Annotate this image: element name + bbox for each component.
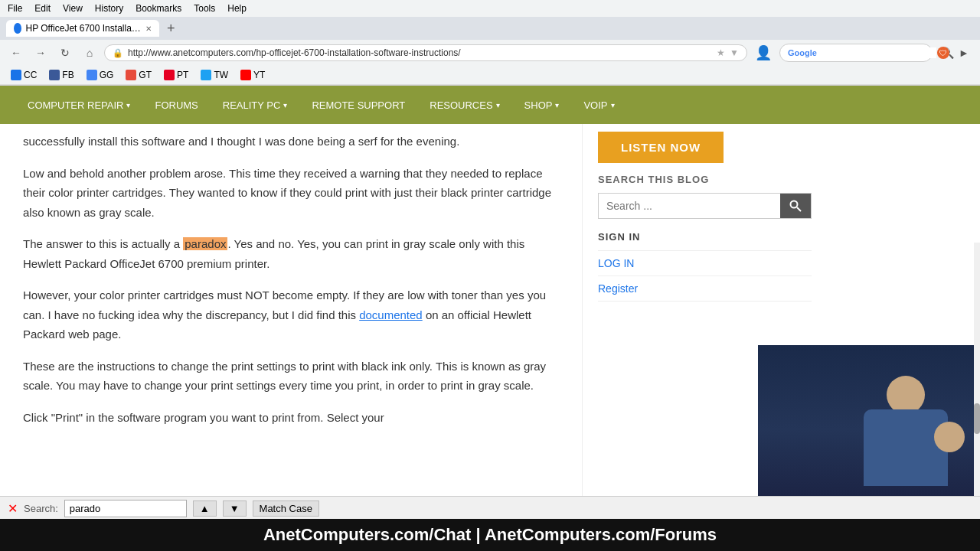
nav-item-voip[interactable]: VOIP ▾ [571, 89, 626, 122]
article-para4: However, your color printer cartridges m… [23, 285, 559, 344]
sign-in-section: SIGN IN LOG IN Register [598, 231, 812, 302]
nav-label-computer-repair: COMPUTER REPAIR [28, 99, 123, 111]
nav-label-shop: SHOP [524, 99, 553, 111]
bookmark-gt[interactable]: GT [122, 68, 155, 82]
log-in-link[interactable]: LOG IN [598, 257, 812, 269]
profile-icon: 👤 [755, 44, 772, 61]
bookmark-tw-icon [201, 70, 211, 80]
bottom-bar-text: AnetComputers.com/Chat | AnetComputers.c… [263, 525, 717, 544]
article-para3: The answer to this is actually a paradox… [23, 234, 559, 273]
listen-now-button[interactable]: LISTEN NOW [598, 132, 724, 163]
search-blog-input[interactable] [599, 194, 780, 218]
nav-arrow-computer-repair: ▾ [126, 101, 130, 109]
svg-line-1 [797, 207, 801, 211]
bookmark-pt-icon [164, 70, 175, 80]
match-case-button[interactable]: Match Case [253, 500, 319, 517]
refresh-button[interactable]: ↻ [55, 43, 75, 63]
nav-arrow-shop: ▾ [555, 101, 559, 109]
find-prev-button[interactable]: ▲ [193, 500, 217, 517]
sidebar-divider-1 [598, 250, 812, 251]
shield-button[interactable]: 🛡 [937, 47, 949, 59]
url-bar[interactable]: 🔒 http://www.anetcomputers.com/hp-office… [104, 44, 747, 61]
address-bar: ← → ↻ ⌂ 🔒 http://www.anetcomputers.com/h… [0, 40, 980, 66]
bookmark-yt-icon [240, 70, 251, 80]
nav-item-shop[interactable]: SHOP ▾ [512, 89, 572, 122]
search-box [598, 193, 812, 219]
search-icon [789, 200, 802, 212]
listen-now-area: LISTEN NOW [598, 132, 812, 163]
nav-arrow-resources: ▾ [496, 101, 500, 109]
sidebar-divider-2 [598, 276, 812, 276]
menu-tools[interactable]: Tools [194, 3, 215, 14]
nav-label-voip: VOIP [583, 99, 607, 111]
nav-label-remote-support: REMOTE SUPPORT [312, 99, 405, 111]
tab-favicon [14, 23, 21, 34]
url-text: http://www.anetcomputers.com/hp-officeje… [128, 47, 712, 58]
highlight-paradox: paradox [183, 237, 227, 250]
nav-item-remote-support[interactable]: REMOTE SUPPORT [299, 89, 417, 122]
find-label: Search: [24, 503, 58, 514]
search-blog-button[interactable] [780, 194, 811, 218]
documented-link[interactable]: documented [359, 308, 423, 321]
article-para5: These are the instructions to change the… [23, 357, 559, 396]
article-para6: Click "Print" in the software program yo… [23, 408, 559, 428]
new-tab-button[interactable]: + [162, 21, 180, 37]
find-error-icon: ✕ [8, 501, 18, 516]
tab-title: HP OfficeJet 6700 Installation Software … [26, 23, 142, 34]
menu-bookmarks[interactable]: Bookmarks [136, 3, 181, 14]
tab-bar: HP OfficeJet 6700 Installation Software … [0, 17, 980, 40]
find-input[interactable] [64, 500, 187, 517]
menu-view[interactable]: View [63, 3, 83, 14]
video-overlay [758, 345, 980, 514]
nav-item-resources[interactable]: RESOURCES ▾ [417, 89, 511, 122]
bookmark-gg-label: GG [100, 70, 114, 80]
menu-help[interactable]: Help [227, 3, 247, 14]
bookmark-cc[interactable]: CC [8, 68, 40, 82]
bookmark-pt-label: PT [177, 70, 188, 80]
bookmark-gg[interactable]: GG [83, 68, 117, 82]
bookmark-cc-label: CC [24, 70, 37, 80]
google-search-input[interactable] [822, 47, 936, 58]
find-next-button[interactable]: ▼ [223, 500, 247, 517]
register-link[interactable]: Register [598, 282, 812, 295]
nav-item-forums[interactable]: FORUMS [142, 89, 210, 122]
menu-history[interactable]: History [95, 3, 123, 14]
bookmark-gt-label: GT [139, 70, 152, 80]
bookmark-fb-label: FB [62, 70, 74, 80]
bookmark-yt-label: YT [253, 70, 265, 80]
browser-tab[interactable]: HP OfficeJet 6700 Installation Software … [6, 20, 159, 37]
find-bar: ✕ Search: ▲ ▼ Match Case [0, 496, 980, 520]
more-button[interactable]: ► [954, 43, 974, 63]
nav-item-computer-repair[interactable]: COMPUTER REPAIR ▾ [15, 89, 142, 122]
bookmark-yt[interactable]: YT [237, 68, 268, 82]
nav-arrow-reality-pc: ▾ [283, 101, 287, 109]
tab-close-button[interactable]: ✕ [145, 24, 152, 33]
article-content: successfully install this software and I… [0, 124, 582, 541]
bookmark-pt[interactable]: PT [161, 68, 191, 82]
menu-file[interactable]: File [8, 3, 22, 14]
nav-label-resources: RESOURCES [430, 99, 492, 111]
bookmark-fb-icon [49, 70, 60, 80]
svg-point-0 [791, 201, 798, 208]
google-search-bar[interactable]: Google 🔍 [779, 44, 933, 62]
sidebar-divider-3 [598, 301, 812, 302]
bookmark-gg-icon [87, 70, 97, 80]
sign-in-title: SIGN IN [598, 231, 812, 243]
back-button[interactable]: ← [6, 43, 26, 63]
forward-button[interactable]: → [31, 43, 51, 63]
nav-label-forums: FORUMS [155, 99, 198, 111]
menu-edit[interactable]: Edit [34, 3, 51, 14]
site-nav: COMPUTER REPAIR ▾ FORUMS REALITY PC ▾ RE… [0, 86, 980, 124]
google-logo: Google [788, 48, 817, 57]
video-person [758, 345, 980, 514]
home-button[interactable]: ⌂ [80, 43, 100, 63]
browser-chrome: File Edit View History Bookmarks Tools H… [0, 0, 980, 86]
article-para2: Low and behold another problem arose. Th… [23, 164, 559, 223]
bookmark-fb[interactable]: FB [46, 68, 77, 82]
bottom-bar: AnetComputers.com/Chat | AnetComputers.c… [0, 519, 980, 551]
scroll-thumb[interactable] [974, 403, 980, 434]
nav-item-reality-pc[interactable]: REALITY PC ▾ [211, 89, 300, 122]
article-para1: successfully install this software and I… [23, 132, 559, 152]
scrollbar[interactable] [974, 243, 980, 510]
bookmark-tw[interactable]: TW [198, 68, 231, 82]
